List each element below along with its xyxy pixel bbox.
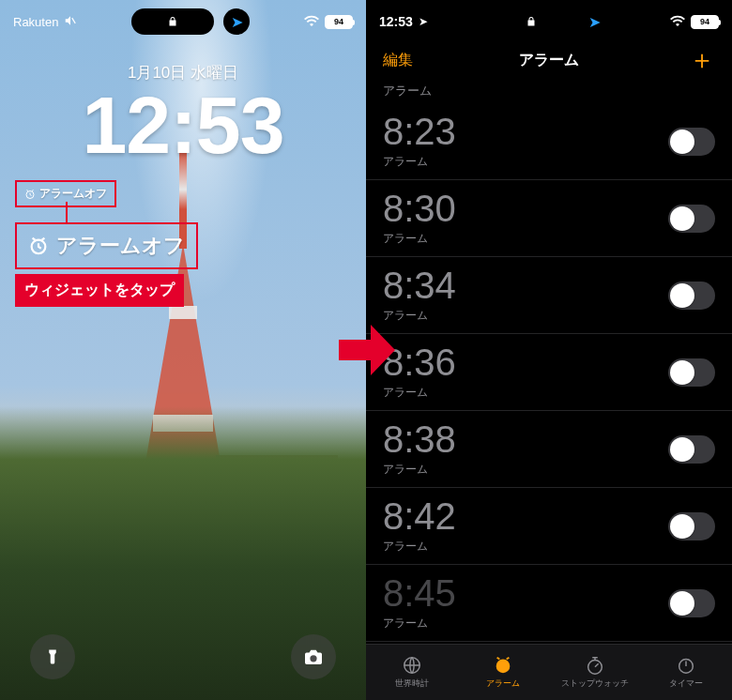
alarm-row[interactable]: 8:38アラーム	[366, 411, 732, 488]
alarm-row[interactable]: 8:23アラーム	[366, 103, 732, 180]
lockscreen: Rakuten ➤ 94 1月10日 水曜日 12:53	[0, 0, 366, 700]
location-arrow-icon: ➤	[419, 15, 428, 28]
alarm-row[interactable]: 8:30アラーム	[366, 180, 732, 257]
tab-alarm[interactable]: アラーム	[458, 645, 550, 700]
svg-point-3	[310, 655, 316, 662]
transition-arrow-icon	[333, 317, 399, 383]
alarm-label: アラーム	[383, 616, 456, 632]
tab-stopwatch[interactable]: ストップウォッチ	[549, 645, 641, 700]
alarm-toggle[interactable]	[668, 282, 715, 310]
clock-app-alarm-screen: 12:53 ➤ ➤ 94 編集 アラーム ＋ アラ	[366, 0, 732, 700]
dynamic-island	[131, 8, 214, 35]
annotation-connector	[66, 202, 68, 224]
svg-point-6	[587, 661, 602, 675]
battery-pct: 94	[334, 17, 343, 26]
flashlight-button[interactable]	[30, 634, 75, 679]
alarm-row[interactable]: 8:34アラーム	[366, 257, 732, 334]
alarm-toggle[interactable]	[668, 512, 715, 540]
tab-label: タイマー	[669, 677, 703, 690]
alarm-toggle[interactable]	[668, 435, 715, 464]
location-indicator: ➤	[223, 8, 250, 35]
alarm-widget-big-label: アラームオフ	[56, 232, 185, 260]
lock-icon	[167, 16, 178, 27]
alarm-list[interactable]: 8:23アラーム8:30アラーム8:34アラーム8:36アラーム8:38アラーム…	[366, 103, 732, 644]
alarm-toggle[interactable]	[668, 128, 715, 156]
tab-bar: 世界時計 アラーム ストップウォッチ タイマー	[366, 644, 732, 700]
alarm-widget-small-label: アラームオフ	[39, 186, 107, 202]
edit-button[interactable]: 編集	[383, 51, 413, 70]
alarm-clock-icon	[24, 189, 36, 200]
alarm-label: アラーム	[383, 539, 456, 555]
tab-label: 世界時計	[395, 677, 429, 690]
camera-icon	[303, 648, 324, 665]
alarm-time: 8:34	[383, 266, 456, 304]
section-header: アラーム	[383, 83, 432, 99]
stopwatch-icon	[585, 655, 605, 676]
lock-icon	[526, 16, 537, 27]
alarm-widget-big[interactable]: アラームオフ	[15, 222, 198, 269]
alarm-label: アラーム	[383, 462, 456, 478]
location-indicator: ➤	[582, 8, 608, 35]
tab-label: ストップウォッチ	[561, 677, 629, 690]
alarm-clock-icon	[493, 655, 513, 676]
alarm-time: 8:42	[383, 497, 456, 535]
status-bar: Rakuten ➤ 94	[0, 8, 366, 36]
battery-indicator: 94	[691, 15, 719, 29]
tab-timer[interactable]: タイマー	[641, 645, 733, 700]
alarm-label: アラーム	[383, 231, 456, 247]
wifi-icon	[670, 14, 685, 29]
alarm-clock-icon	[28, 236, 49, 256]
alarm-toggle[interactable]	[668, 589, 715, 617]
status-bar: 12:53 ➤ ➤ 94	[366, 8, 732, 36]
svg-point-5	[496, 660, 511, 674]
timer-icon	[676, 655, 696, 676]
alarm-row[interactable]: 8:42アラーム	[366, 488, 732, 565]
nav-bar: 編集 アラーム ＋	[366, 41, 732, 79]
location-arrow-icon: ➤	[588, 13, 601, 31]
alarm-label: アラーム	[383, 385, 456, 401]
alarm-toggle[interactable]	[668, 358, 715, 387]
dynamic-island	[490, 8, 572, 35]
alarm-time: 8:38	[383, 420, 456, 458]
globe-icon	[402, 655, 422, 676]
alarm-toggle[interactable]	[668, 205, 715, 233]
carrier-label: Rakuten	[13, 15, 58, 29]
location-arrow-icon: ➤	[231, 13, 243, 31]
wifi-icon	[304, 14, 319, 29]
battery-pct: 94	[700, 17, 709, 26]
mute-icon	[64, 14, 77, 30]
add-alarm-button[interactable]: ＋	[689, 51, 715, 69]
svg-line-0	[72, 18, 76, 23]
alarm-row[interactable]: 8:36アラーム	[366, 334, 732, 411]
status-time: 12:53	[379, 14, 413, 29]
tab-world-clock[interactable]: 世界時計	[366, 645, 458, 700]
alarm-label: アラーム	[383, 154, 456, 170]
instruction-callout: ウィジェットをタップ	[15, 274, 184, 307]
alarm-time: 8:23	[383, 113, 456, 150]
alarm-time: 8:30	[383, 190, 456, 227]
alarm-row[interactable]: 8:45アラーム	[366, 565, 732, 642]
nav-title: アラーム	[519, 51, 579, 70]
alarm-time: 8:45	[383, 574, 456, 612]
lock-time: 12:53	[0, 79, 366, 172]
camera-button[interactable]	[291, 634, 336, 679]
tab-label: アラーム	[486, 677, 520, 690]
battery-indicator: 94	[325, 15, 353, 29]
flashlight-icon	[44, 647, 61, 667]
